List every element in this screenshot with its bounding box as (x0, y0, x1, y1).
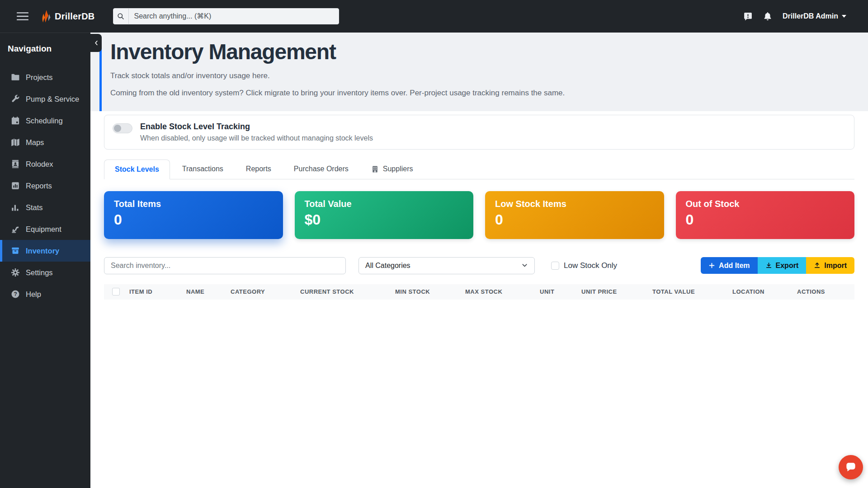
global-search[interactable] (113, 8, 339, 24)
stock-tracking-description: When disabled, only usage will be tracke… (140, 134, 373, 142)
sidebar-item-label: Settings (26, 268, 53, 277)
low-stock-checkbox[interactable] (551, 262, 559, 270)
brand-name: DrillerDB (55, 11, 95, 22)
page-subtitle: Track stock totals and/or inventory usag… (110, 71, 850, 80)
tab-suppliers[interactable]: Suppliers (361, 160, 424, 179)
map-icon (11, 138, 20, 147)
table-actions: Add Item Export Import (701, 257, 854, 274)
stat-card-out-of-stock: Out of Stock 0 (676, 191, 855, 239)
stat-label: Total Value (305, 199, 464, 209)
tab-label: Purchase Orders (294, 165, 349, 173)
tab-label: Suppliers (383, 165, 413, 173)
tab-reports[interactable]: Reports (236, 160, 282, 179)
column-header-category: CATEGORY (231, 288, 300, 295)
sidebar-item-scheduling[interactable]: Scheduling (0, 110, 90, 131)
stat-value: 0 (114, 211, 273, 228)
sidebar-item-equipment[interactable]: Equipment (0, 218, 90, 240)
stock-tracking-text: Enable Stock Level Tracking When disable… (140, 122, 373, 142)
sidebar-item-rolodex[interactable]: Rolodex (0, 153, 90, 175)
main-content: Inventory Management Track stock totals … (90, 33, 868, 488)
column-header-actions: ACTIONS (797, 288, 854, 295)
stock-tracking-toggle[interactable] (113, 123, 132, 133)
sidebar-item-label: Rolodex (26, 160, 53, 169)
sidebar-item-settings[interactable]: Settings (0, 262, 90, 283)
download-icon (765, 262, 772, 269)
feedback-button[interactable] (743, 12, 753, 21)
global-search-input[interactable] (129, 9, 339, 24)
export-label: Export (776, 262, 799, 270)
sidebar-item-label: Scheduling (26, 117, 63, 125)
stock-tracking-card: Enable Stock Level Tracking When disable… (104, 115, 854, 150)
column-header-unit: UNIT (540, 288, 581, 295)
inventory-table-header: ITEM ID NAME CATEGORY CURRENT STOCK MIN … (104, 284, 854, 300)
wrench-icon (11, 94, 20, 103)
tab-purchase-orders[interactable]: Purchase Orders (283, 160, 359, 179)
plus-icon (708, 262, 715, 269)
bar-chart-icon (11, 203, 20, 212)
excavator-icon (11, 225, 20, 234)
sidebar-item-projects[interactable]: Projects (0, 66, 90, 88)
sidebar-nav: Projects Pump & Service Scheduling Maps … (0, 66, 90, 305)
low-stock-label: Low Stock Only (564, 261, 617, 270)
chat-alert-icon (743, 12, 753, 21)
user-menu-button[interactable]: DrillerDB Admin (783, 12, 846, 20)
sidebar-item-label: Maps (26, 138, 44, 147)
stat-label: Low Stock Items (495, 199, 654, 209)
stat-card-low-stock: Low Stock Items 0 (485, 191, 664, 239)
import-button[interactable]: Import (806, 257, 854, 274)
stat-value: $0 (305, 211, 464, 228)
column-header-min-stock: MIN STOCK (395, 288, 465, 295)
topbar: DrillerDB DrillerDB Admin (0, 0, 868, 33)
category-select[interactable]: All Categories (359, 257, 535, 274)
select-all-checkbox[interactable] (112, 288, 120, 296)
sidebar-item-reports[interactable]: Reports (0, 175, 90, 197)
export-button[interactable]: Export (758, 257, 807, 274)
stock-tracking-label: Enable Stock Level Tracking (140, 122, 373, 131)
sidebar-item-stats[interactable]: Stats (0, 197, 90, 218)
help-circle-icon: ? (11, 290, 20, 299)
tab-stock-levels[interactable]: Stock Levels (104, 160, 170, 179)
calendar-icon (11, 116, 20, 125)
menu-button[interactable] (17, 12, 28, 21)
category-select-value: All Categories (365, 262, 410, 270)
upload-icon (814, 262, 821, 269)
bell-icon (764, 12, 772, 21)
add-item-button[interactable]: Add Item (701, 257, 757, 274)
sidebar-item-maps[interactable]: Maps (0, 131, 90, 153)
toggle-knob (114, 125, 121, 132)
tab-transactions[interactable]: Transactions (172, 160, 234, 179)
low-stock-filter: Low Stock Only (551, 261, 617, 270)
collapse-sidebar-button[interactable] (90, 34, 102, 52)
filter-row: All Categories Low Stock Only Add Item E… (104, 257, 854, 274)
chevron-down-icon (521, 262, 528, 269)
sidebar-title: Navigation (0, 33, 90, 66)
column-header-max-stock: MAX STOCK (465, 288, 540, 295)
contact-book-icon (11, 160, 20, 169)
chat-widget-button[interactable] (839, 455, 863, 479)
tab-label: Stock Levels (115, 165, 159, 174)
sidebar-item-label: Pump & Service (26, 95, 79, 103)
sidebar-item-inventory[interactable]: Inventory (0, 240, 90, 262)
stat-value: 0 (686, 211, 845, 228)
add-item-label: Add Item (719, 262, 750, 270)
page-header: Inventory Management Track stock totals … (90, 33, 868, 111)
sidebar-item-help[interactable]: ? Help (0, 283, 90, 305)
column-header-location: LOCATION (732, 288, 797, 295)
tab-label: Transactions (182, 165, 223, 173)
sidebar-item-pump-service[interactable]: Pump & Service (0, 88, 90, 110)
column-header-total-value: TOTAL VALUE (652, 288, 732, 295)
stat-label: Total Items (114, 199, 273, 209)
stat-cards: Total Items 0 Total Value $0 Low Stock I… (104, 191, 854, 239)
building-icon (371, 165, 379, 173)
sidebar-item-label: Stats (26, 203, 43, 212)
inventory-search-input[interactable] (104, 257, 346, 274)
page-title: Inventory Management (110, 40, 850, 64)
column-header-current-stock: CURRENT STOCK (300, 288, 395, 295)
sidebar: Navigation Projects Pump & Service Sched… (0, 33, 90, 488)
chevron-left-icon (93, 40, 99, 46)
tab-label: Reports (246, 165, 271, 173)
notifications-button[interactable] (764, 12, 772, 21)
brand: DrillerDB (39, 9, 95, 23)
column-header-item-id: ITEM ID (129, 288, 186, 295)
sidebar-item-label: Projects (26, 73, 53, 82)
